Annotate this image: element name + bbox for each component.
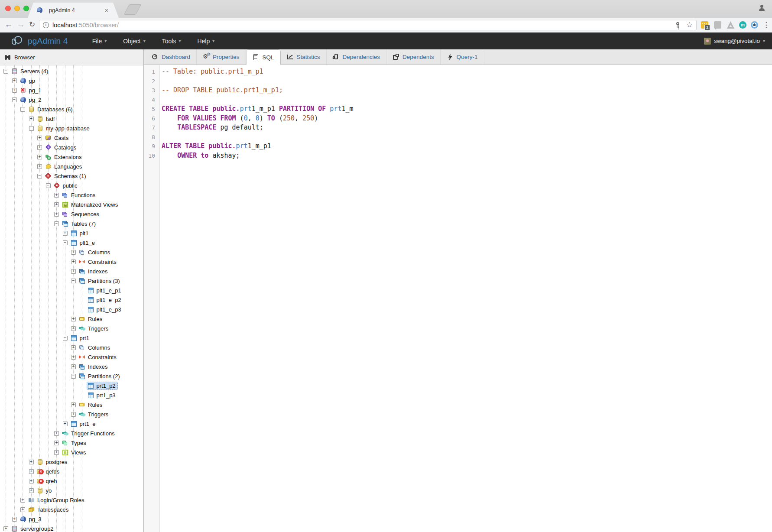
tree-item-postgres[interactable]: +postgres (0, 457, 143, 467)
forward-icon[interactable]: → (16, 18, 26, 32)
expand-toggle[interactable]: + (71, 402, 76, 407)
tree-item-schemas-1[interactable]: −Schemas (1) (0, 171, 143, 181)
tree-item-prt1-p2[interactable]: prt1_p2 (0, 381, 143, 390)
expand-toggle[interactable]: + (37, 136, 42, 140)
tree-item-plt1-e-p3[interactable]: plt1_e_p3 (0, 305, 143, 314)
tree-item-extensions[interactable]: +Extensions (0, 152, 143, 162)
page-info-icon[interactable]: i (43, 22, 49, 28)
extension-notes-icon[interactable]: 1 (701, 21, 708, 29)
tree-item-login-group-roles[interactable]: +Login/Group Roles (0, 495, 143, 505)
tree-item-qreh[interactable]: +qreh (0, 476, 143, 486)
tree-item-indexes[interactable]: +Indexes (0, 362, 143, 371)
collapse-toggle[interactable]: − (63, 240, 68, 245)
expand-toggle[interactable]: + (54, 212, 59, 217)
expand-toggle[interactable]: + (71, 345, 76, 350)
tree-item-catalogs[interactable]: +Catalogs (0, 143, 143, 152)
close-window-button[interactable] (5, 6, 11, 11)
reload-icon[interactable]: ↻ (27, 18, 37, 32)
tree-item-plt1[interactable]: +plt1 (0, 228, 143, 238)
expand-toggle[interactable]: + (20, 498, 25, 503)
tree-item-servers-4[interactable]: −Servers (4) (0, 66, 143, 76)
collapse-toggle[interactable]: − (37, 174, 42, 178)
expand-toggle[interactable]: + (71, 250, 76, 255)
collapse-toggle[interactable]: − (20, 107, 25, 112)
tree-item-materialized-views[interactable]: +Materialized Views (0, 200, 143, 209)
expand-toggle[interactable]: + (54, 441, 59, 445)
expand-toggle[interactable]: + (29, 117, 34, 121)
back-icon[interactable]: ← (3, 18, 14, 32)
expand-toggle[interactable]: + (54, 193, 59, 198)
tree-item-constraints[interactable]: +Constraints (0, 352, 143, 362)
tree-item-databases-6[interactable]: −Databases (6) (0, 104, 143, 114)
tree-item-fsdf[interactable]: +fsdf (0, 114, 143, 123)
expand-toggle[interactable]: + (37, 155, 42, 159)
tree-item-casts[interactable]: +Casts (0, 133, 143, 143)
tree-item-prt1[interactable]: −prt1 (0, 333, 143, 343)
tree-item-pg-1[interactable]: +pg_1 (0, 85, 143, 95)
bookmark-star-icon[interactable]: ☆ (686, 20, 693, 30)
collapse-toggle[interactable]: − (71, 279, 76, 283)
expand-toggle[interactable]: + (54, 450, 59, 455)
sql-editor[interactable]: 1-- Table: public.prt1_m_p123-- DROP TAB… (144, 65, 772, 532)
tree-item-pg-3[interactable]: +pg_3 (0, 514, 143, 524)
zoom-window-button[interactable] (23, 6, 29, 11)
expand-toggle[interactable]: + (71, 260, 76, 264)
tab-statistics[interactable]: Statistics (281, 49, 327, 65)
expand-toggle[interactable]: + (54, 202, 59, 207)
tree-item-triggers[interactable]: +Triggers (0, 409, 143, 419)
expand-toggle[interactable]: + (12, 78, 17, 83)
tree-item-plt1-e-p1[interactable]: plt1_e_p1 (0, 285, 143, 295)
tree-item-my-app-database[interactable]: −my-app-database (0, 123, 143, 133)
menu-file[interactable]: File (87, 35, 112, 47)
tree-item-tables-7[interactable]: −Tables (7) (0, 219, 143, 228)
tree-item-views[interactable]: +Views (0, 448, 143, 457)
extension-chat-icon[interactable] (714, 21, 721, 29)
expand-toggle[interactable]: + (29, 488, 34, 493)
tree-item-columns[interactable]: +Columns (0, 343, 143, 352)
tree-item-public[interactable]: −public (0, 181, 143, 190)
expand-toggle[interactable]: + (71, 355, 76, 360)
tree-item-rules[interactable]: +Rules (0, 400, 143, 409)
expand-toggle[interactable]: + (29, 460, 34, 464)
tab-properties[interactable]: Properties (197, 49, 246, 65)
expand-toggle[interactable]: + (71, 326, 76, 331)
expand-toggle[interactable]: + (29, 469, 34, 474)
browser-tab[interactable]: pgAdmin 4 × (28, 3, 119, 18)
menu-help[interactable]: Help (192, 35, 220, 47)
extension-m-icon[interactable]: m (739, 21, 746, 29)
new-tab-button[interactable] (124, 4, 142, 15)
tree-item-rules[interactable]: +Rules (0, 314, 143, 324)
expand-toggle[interactable]: + (63, 422, 68, 426)
tab-dashboard[interactable]: Dashboard (146, 49, 197, 65)
tree-item-prt1-e[interactable]: +prt1_e (0, 419, 143, 428)
tree-item-indexes[interactable]: +Indexes (0, 266, 143, 276)
tree-item-tablespaces[interactable]: +Tablespaces (0, 505, 143, 514)
collapse-toggle[interactable]: − (12, 97, 17, 102)
collapse-toggle[interactable]: − (29, 126, 34, 131)
tree-item-types[interactable]: +Types (0, 438, 143, 448)
tab-sql[interactable]: SQL (246, 49, 281, 65)
expand-toggle[interactable]: + (37, 164, 42, 169)
menu-tools[interactable]: Tools (157, 35, 186, 47)
browser-profile-icon[interactable] (757, 4, 766, 13)
expand-toggle[interactable]: + (71, 317, 76, 321)
expand-toggle[interactable]: + (12, 517, 17, 522)
collapse-toggle[interactable]: − (71, 374, 76, 379)
expand-toggle[interactable]: + (54, 431, 59, 436)
collapse-toggle[interactable]: − (46, 183, 51, 188)
tab-close-icon[interactable]: × (103, 7, 110, 14)
tree-item-functions[interactable]: +Functions (0, 190, 143, 200)
tree-item-pg-2[interactable]: −pg_2 (0, 95, 143, 104)
tree-item-servergroup2[interactable]: +servergroup2 (0, 524, 143, 532)
expand-toggle[interactable]: + (63, 231, 68, 236)
expand-toggle[interactable]: + (37, 145, 42, 150)
tree-item-gp[interactable]: +gp (0, 76, 143, 85)
tree-item-languages[interactable]: +Languages (0, 162, 143, 171)
menu-object[interactable]: Object (118, 35, 151, 47)
collapse-toggle[interactable]: − (54, 221, 59, 226)
expand-toggle[interactable]: + (20, 507, 25, 512)
tree-item-partitions-2[interactable]: −Partitions (2) (0, 371, 143, 381)
tree-item-trigger-functions[interactable]: +Trigger Functions (0, 428, 143, 438)
tree-item-columns[interactable]: +Columns (0, 247, 143, 257)
tree-item-sequences[interactable]: +Sequences (0, 209, 143, 219)
